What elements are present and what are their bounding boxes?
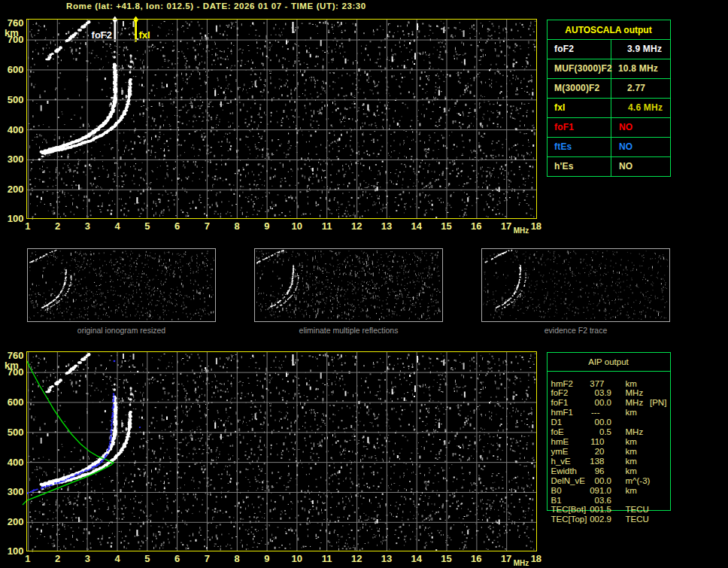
svg-text:M(3000)F2: M(3000)F2	[554, 83, 600, 93]
svg-text:B0: B0	[551, 486, 562, 495]
svg-text:km: km	[626, 466, 637, 475]
svg-text:DelN_vE: DelN_vE	[551, 476, 586, 485]
svg-text:16: 16	[471, 553, 481, 564]
svg-text:foE: foE	[551, 427, 565, 436]
svg-text:00.0: 00.0	[595, 476, 611, 485]
svg-text:13: 13	[381, 553, 392, 564]
svg-text:hmE: hmE	[551, 437, 569, 446]
svg-text:MHz: MHz	[514, 559, 529, 567]
svg-text:5: 5	[144, 220, 150, 232]
svg-text:00.0: 00.0	[595, 418, 611, 427]
svg-text:9: 9	[264, 220, 269, 232]
svg-text:7: 7	[205, 553, 210, 564]
svg-text:13: 13	[381, 220, 392, 232]
svg-text:500: 500	[8, 427, 24, 438]
svg-text:700: 700	[8, 34, 24, 45]
svg-text:MHz: MHz	[626, 388, 644, 397]
svg-text:hmF2: hmF2	[551, 379, 573, 388]
svg-text:NO: NO	[619, 141, 632, 152]
svg-text:600: 600	[8, 396, 24, 408]
svg-text:15: 15	[441, 553, 451, 564]
svg-text:8: 8	[235, 220, 240, 232]
svg-text:17: 17	[501, 220, 511, 232]
svg-text:foF2: foF2	[554, 44, 574, 54]
svg-text:h_vE: h_vE	[551, 457, 572, 466]
svg-text:1: 1	[25, 553, 30, 564]
svg-text:eliminate multiple reflections: eliminate multiple reflections	[299, 326, 399, 335]
svg-text:377: 377	[590, 379, 604, 388]
svg-text:2: 2	[55, 553, 60, 564]
svg-text:9: 9	[264, 553, 269, 564]
svg-text:B1: B1	[551, 496, 562, 505]
svg-text:8: 8	[235, 553, 240, 564]
svg-text:17: 17	[501, 553, 511, 564]
svg-text:[PN]: [PN]	[650, 398, 666, 407]
svg-text:km: km	[626, 457, 637, 466]
svg-text:ymE: ymE	[551, 447, 569, 456]
svg-text:96: 96	[595, 466, 605, 475]
svg-text:6: 6	[174, 220, 180, 232]
svg-text:10.8 MHz: 10.8 MHz	[618, 63, 658, 74]
svg-text:700: 700	[8, 366, 24, 378]
svg-text:300: 300	[8, 153, 24, 165]
svg-text:18: 18	[531, 553, 541, 564]
svg-text:foF2: foF2	[551, 388, 569, 397]
svg-text:16: 16	[471, 220, 481, 232]
svg-text:MUF(3000)F2: MUF(3000)F2	[554, 63, 612, 74]
svg-text:---: ---	[591, 408, 600, 417]
svg-text:14: 14	[411, 553, 423, 564]
svg-text:MHz: MHz	[626, 398, 644, 407]
svg-text:Ewidth: Ewidth	[551, 466, 578, 475]
svg-text:MHz: MHz	[514, 226, 529, 235]
svg-text:TEC[Bot]: TEC[Bot]	[551, 505, 587, 514]
svg-text:11: 11	[322, 220, 332, 232]
svg-text:400: 400	[8, 457, 24, 468]
svg-text:200: 200	[8, 184, 24, 195]
svg-text:foF1: foF1	[554, 122, 574, 132]
svg-text:Rome (lat: +41.8, lon: 012.5): Rome (lat: +41.8, lon: 012.5) - DATE: 20…	[66, 2, 366, 11]
svg-text:fxI: fxI	[554, 102, 566, 113]
svg-text:14: 14	[411, 220, 423, 232]
svg-text:4: 4	[114, 553, 120, 564]
svg-text:300: 300	[8, 486, 24, 497]
svg-text:12: 12	[351, 220, 362, 232]
svg-text:00.0: 00.0	[595, 398, 611, 407]
svg-text:1: 1	[25, 220, 30, 232]
svg-text:m^(-3): m^(-3)	[626, 476, 651, 485]
svg-text:15: 15	[441, 220, 451, 232]
svg-text:3: 3	[85, 553, 90, 564]
svg-text:km: km	[626, 379, 637, 388]
svg-text:original ionogram resized: original ionogram resized	[77, 326, 165, 335]
svg-text:4.6 MHz: 4.6 MHz	[628, 102, 663, 113]
svg-text:5: 5	[144, 553, 150, 564]
svg-text:TECU: TECU	[626, 505, 649, 514]
svg-text:km: km	[626, 447, 637, 456]
svg-text:10: 10	[291, 220, 302, 232]
svg-text:AIP output: AIP output	[588, 357, 629, 366]
svg-text:500: 500	[8, 94, 24, 105]
svg-text:2: 2	[55, 220, 60, 232]
svg-text:20: 20	[595, 447, 605, 456]
svg-text:03.6: 03.6	[595, 496, 611, 505]
svg-text:NO: NO	[619, 161, 632, 172]
svg-text:h'Es: h'Es	[554, 161, 574, 172]
svg-text:hmF1: hmF1	[551, 408, 573, 417]
svg-text:400: 400	[8, 124, 24, 135]
svg-text:4: 4	[114, 220, 120, 232]
svg-text:001.5: 001.5	[590, 505, 611, 514]
svg-text:18: 18	[531, 220, 541, 232]
svg-text:fxI: fxI	[139, 29, 150, 41]
svg-text:200: 200	[8, 516, 24, 527]
svg-text:NO: NO	[619, 122, 632, 132]
svg-text:foF2: foF2	[92, 29, 112, 41]
svg-text:3.9 MHz: 3.9 MHz	[627, 44, 662, 54]
svg-text:03.9: 03.9	[595, 388, 611, 397]
svg-text:600: 600	[8, 64, 24, 75]
svg-text:TEC[Top]: TEC[Top]	[551, 515, 587, 524]
svg-text:foF1: foF1	[551, 398, 569, 407]
svg-text:100: 100	[8, 213, 24, 224]
svg-text:evidence F2 trace: evidence F2 trace	[544, 326, 608, 335]
svg-text:7: 7	[205, 220, 210, 232]
svg-text:11: 11	[322, 553, 332, 564]
svg-text:002.9: 002.9	[590, 515, 611, 524]
